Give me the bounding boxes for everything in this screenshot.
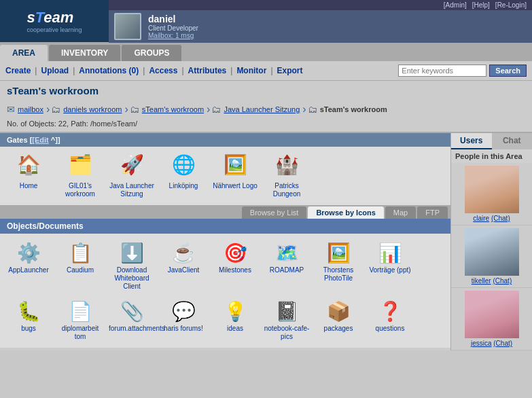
help-link[interactable]: [Help]: [472, 1, 490, 9]
gate-nahrwert-label: Nährwert Logo: [212, 182, 258, 190]
user-chat-jessica[interactable]: (Chat): [493, 340, 512, 347]
obj-questions[interactable]: ❓ questions: [366, 296, 414, 336]
relogin-link[interactable]: [Re-Login]: [495, 1, 527, 9]
obj-forum-attachments[interactable]: 📎 forum.attachments: [107, 296, 156, 336]
obj-packages[interactable]: 📦 packages: [314, 296, 363, 336]
objects-header: Objects/Documents: [0, 219, 450, 234]
header-right: [Admin] [Help] [Re-Login] daniel Client …: [109, 0, 532, 42]
tab-chat[interactable]: Chat: [492, 133, 533, 149]
obj-diplomarbeit-icon: 📄: [68, 299, 92, 323]
user-photo-claire: [465, 166, 519, 213]
gate-home[interactable]: 🏠 Home: [4, 151, 53, 193]
user-photo-tikeller: [465, 228, 519, 276]
browse-tab-list[interactable]: Browse by List: [242, 206, 307, 219]
obj-milestones[interactable]: 🎯 Milestones: [211, 238, 260, 277]
path-info: No. of Objects: 22, Path: /home/sTeam/: [0, 118, 532, 133]
bc-icon-3: 🗂: [130, 104, 139, 115]
gates-caret: ^]: [51, 136, 58, 144]
gates-header: Gates [[Edit ^]]: [0, 133, 450, 147]
obj-diplomarbeit[interactable]: 📄 diplomarbeit tom: [56, 296, 105, 344]
obj-questions-label: questions: [367, 325, 413, 333]
bc-link-steam[interactable]: sTeam's workroom: [142, 105, 204, 113]
obj-caudium[interactable]: 📋 Caudium: [56, 238, 105, 277]
gates-edit-link[interactable]: [Edit: [32, 136, 48, 144]
page-title-area: sTeam's workroom: [0, 81, 532, 101]
user-details: daniel Client Developer Mailbox: 1 msg: [148, 14, 198, 39]
bc-sep-4: ›: [302, 103, 306, 115]
user-name-tikeller[interactable]: tikeller: [472, 277, 491, 285]
browse-tab-icons[interactable]: Browse by Icons: [308, 206, 383, 219]
tab-users[interactable]: Users: [451, 133, 492, 149]
user-name-jessica[interactable]: jessica: [471, 340, 492, 347]
user-chat-tikeller[interactable]: (Chat): [493, 277, 512, 285]
bc-link-daniels[interactable]: daniels workroom: [63, 105, 122, 113]
obj-applauncher[interactable]: ⚙️ AppLauncher: [4, 238, 53, 277]
admin-link[interactable]: [Admin]: [444, 1, 467, 9]
gate-gil01[interactable]: 🗂️ GIL01's workroom: [56, 151, 105, 201]
export-link[interactable]: Export: [277, 66, 303, 75]
gate-linkoping[interactable]: 🌐 Linköping: [159, 151, 208, 193]
search-input[interactable]: [398, 65, 486, 77]
bc-sep-1: ›: [46, 103, 50, 115]
gate-home-label: Home: [5, 182, 52, 190]
obj-download-whiteboard[interactable]: ⬇️ Download Whiteboard Client: [107, 238, 156, 293]
obj-vortrage-label: Vorträge (ppt): [367, 266, 413, 274]
bc-item-5: 🗂 sTeam's workroom: [308, 104, 387, 115]
obj-haris-forums-label: haris forums!: [160, 325, 207, 333]
obj-bugs[interactable]: 🐛 bugs: [4, 296, 53, 336]
bc-link-mailbox[interactable]: mailbox: [18, 105, 43, 113]
user-name-claire[interactable]: claire: [473, 215, 489, 222]
tab-inventory[interactable]: INVENTORY: [49, 45, 120, 61]
obj-haris-forums[interactable]: 💬 haris forums!: [159, 296, 208, 336]
obj-vortrage[interactable]: 📊 Vorträge (ppt): [366, 238, 414, 277]
gate-gil01-icon: 🗂️: [67, 153, 94, 181]
bc-link-java[interactable]: Java Launcher Sitzung: [224, 105, 300, 113]
annotations-link[interactable]: Annotations (0): [79, 66, 139, 75]
tab-groups[interactable]: GROUPS: [122, 45, 181, 61]
attributes-link[interactable]: Attributes: [188, 66, 227, 75]
obj-javaclient-icon: ☕: [171, 240, 196, 265]
user-mailbox[interactable]: Mailbox: 1 msg: [148, 32, 198, 39]
obj-questions-icon: ❓: [378, 299, 402, 323]
obj-forum-attachments-label: forum.attachments: [109, 325, 155, 333]
tab-area[interactable]: AREA: [0, 45, 48, 61]
bc-item-3: 🗂 sTeam's workroom: [130, 104, 204, 115]
obj-diplomarbeit-label: diplomarbeit tom: [57, 325, 103, 341]
obj-thorstens[interactable]: 🖼️ Thorstens PhotoTile: [314, 238, 363, 285]
gate-gil01-label: GIL01's workroom: [57, 182, 103, 198]
create-link[interactable]: Create: [5, 66, 31, 75]
monitor-link[interactable]: Monitor: [236, 66, 266, 75]
user-role: Client Developer: [148, 24, 198, 32]
bc-item-4: 🗂 Java Launcher Sitzung: [211, 104, 300, 115]
obj-notebook-cafe[interactable]: 📓 notebook-cafe-pics: [262, 296, 311, 344]
main-tabs: AREA INVENTORY GROUPS: [0, 42, 532, 61]
search-button[interactable]: Search: [489, 65, 527, 77]
user-label-tikeller: tikeller (Chat): [454, 277, 529, 285]
username: daniel: [148, 14, 198, 24]
avatar: [114, 13, 141, 40]
obj-ideas-label: ideas: [212, 325, 258, 333]
user-label-jessica: jessica (Chat): [454, 340, 529, 347]
obj-roadmap[interactable]: 🗺️ ROADMAP: [262, 238, 311, 277]
user-label-claire: claire (Chat): [454, 215, 529, 222]
toolbar-links: Create | Upload | Annotations (0) | Acce…: [5, 66, 303, 75]
objects-grid: ⚙️ AppLauncher 📋 Caudium ⬇️ Download Whi…: [0, 234, 450, 348]
browse-tab-ftp[interactable]: FTP: [417, 206, 448, 219]
main-layout: Gates [[Edit ^]] 🏠 Home 🗂️ GIL01's workr…: [0, 133, 532, 350]
obj-download-whiteboard-label: Download Whiteboard Client: [109, 266, 155, 291]
gate-patricks[interactable]: 🏰 Patricks Dungeon: [262, 151, 311, 201]
upload-link[interactable]: Upload: [41, 66, 69, 75]
gate-nahrwert[interactable]: 🖼️ Nährwert Logo: [211, 151, 260, 193]
obj-haris-forums-icon: 💬: [171, 299, 196, 323]
breadcrumb: ✉ mailbox › 🗂 daniels workroom › 🗂 sTeam…: [0, 101, 532, 118]
user-chat-claire[interactable]: (Chat): [491, 215, 510, 222]
access-link[interactable]: Access: [149, 66, 177, 75]
obj-javaclient[interactable]: ☕ JavaClient: [159, 238, 208, 277]
bc-icon-2: 🗂: [51, 104, 60, 115]
browse-tab-map[interactable]: Map: [385, 206, 416, 219]
gate-java-launcher[interactable]: 🚀 Java Launcher Sitzung: [107, 151, 156, 201]
obj-thorstens-icon: 🖼️: [326, 240, 351, 265]
obj-ideas[interactable]: 💡 ideas: [211, 296, 260, 336]
obj-ideas-icon: 💡: [223, 299, 247, 323]
obj-caudium-icon: 📋: [68, 240, 92, 265]
